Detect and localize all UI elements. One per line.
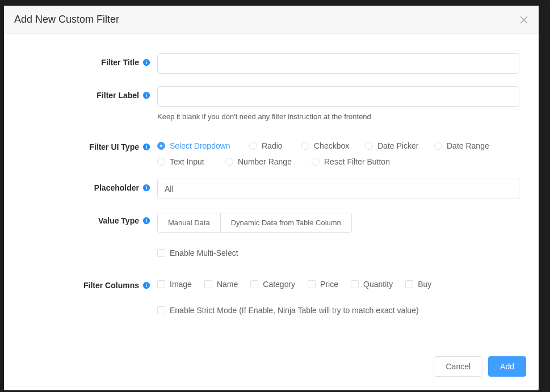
- radio-icon: [365, 142, 373, 150]
- modal-body: Filter Title Filter Label Keep it blank …: [4, 34, 539, 347]
- label-text: Filter Label: [96, 91, 139, 100]
- close-button[interactable]: [519, 15, 528, 24]
- radio-radio[interactable]: Radio: [249, 141, 295, 150]
- radio-icon: [301, 142, 309, 150]
- radio-label: Reset Filter Button: [324, 157, 390, 166]
- checkbox-enable-multiselect[interactable]: Enable Multi-Select: [157, 248, 238, 258]
- radio-icon: [157, 142, 165, 150]
- label-value-type: Value Type: [20, 212, 157, 225]
- svg-rect-1: [146, 62, 146, 64]
- checkbox-label: Price: [320, 280, 338, 289]
- checkbox-icon: [405, 280, 413, 288]
- checkbox-icon: [157, 306, 165, 314]
- checkbox-icon: [157, 280, 165, 288]
- label-text: Value Type: [98, 216, 139, 225]
- filter-label-helper: Keep it blank if you don't need any filt…: [157, 112, 519, 121]
- label-filter-columns: Filter Columns: [20, 276, 157, 290]
- label-filter-label: Filter Label: [20, 86, 157, 100]
- value-type-manual[interactable]: Manual Data: [157, 213, 221, 233]
- svg-rect-13: [146, 220, 146, 222]
- label-text: Filter Columns: [83, 281, 139, 290]
- control-ui-type: Select Dropdown Radio Checkbox Date Pick…: [157, 138, 519, 166]
- control-placeholder: [157, 179, 519, 199]
- control-filter-columns: Image Name Category Price Quantity Buy: [157, 276, 519, 289]
- radio-select-dropdown[interactable]: Select Dropdown: [157, 141, 242, 150]
- placeholder-input[interactable]: [157, 179, 519, 199]
- svg-rect-17: [146, 284, 146, 284]
- checkbox-col-category[interactable]: Category: [250, 280, 295, 289]
- checkbox-col-price[interactable]: Price: [308, 280, 338, 289]
- row-ui-type: Filter UI Type Select Dropdown Radio Che…: [20, 138, 523, 166]
- label-text: Filter Title: [101, 58, 139, 67]
- radio-icon: [157, 158, 165, 166]
- info-icon[interactable]: [142, 184, 150, 192]
- modal-header: Add New Custom Filter: [4, 6, 539, 34]
- modal-footer: Cancel Add: [4, 347, 539, 390]
- svg-rect-8: [146, 145, 146, 146]
- info-icon[interactable]: [142, 217, 150, 225]
- modal-title: Add New Custom Filter: [14, 14, 119, 26]
- svg-rect-4: [146, 95, 146, 97]
- radio-icon: [225, 158, 233, 166]
- checkbox-label: Name: [217, 280, 238, 289]
- checkbox-col-name[interactable]: Name: [204, 280, 238, 289]
- radio-label: Select Dropdown: [170, 141, 230, 150]
- checkbox-label: Enable Multi-Select: [170, 248, 238, 258]
- cancel-button[interactable]: Cancel: [434, 356, 482, 377]
- close-icon: [520, 16, 528, 24]
- radio-icon: [312, 158, 320, 166]
- checkbox-label: Enable Strict Mode (If Enable, Ninja Tab…: [170, 306, 419, 315]
- radio-reset-filter-button[interactable]: Reset Filter Button: [312, 157, 397, 166]
- radio-label: Number Range: [238, 157, 292, 166]
- checkbox-strict-mode[interactable]: Enable Strict Mode (If Enable, Ninja Tab…: [157, 306, 419, 315]
- svg-rect-10: [146, 187, 146, 189]
- filter-title-input[interactable]: [157, 53, 519, 74]
- svg-rect-11: [146, 186, 146, 187]
- radio-icon: [249, 142, 257, 150]
- row-multiselect: Enable Multi-Select: [20, 248, 523, 259]
- value-type-dynamic[interactable]: Dynamic Data from Table Column: [220, 213, 352, 233]
- label-text: Placeholder: [94, 183, 139, 192]
- filter-label-input[interactable]: [157, 86, 519, 107]
- checkbox-label: Image: [170, 280, 192, 289]
- label-placeholder: Placeholder: [20, 179, 157, 192]
- checkbox-icon: [351, 280, 359, 288]
- info-icon[interactable]: [142, 58, 150, 66]
- control-value-type: Manual Data Dynamic Data from Table Colu…: [157, 212, 519, 233]
- checkbox-icon: [250, 280, 258, 288]
- value-type-button-group: Manual Data Dynamic Data from Table Colu…: [157, 212, 352, 233]
- svg-rect-2: [146, 61, 146, 61]
- filter-columns-group: Image Name Category Price Quantity Buy: [157, 276, 519, 289]
- label-filter-title: Filter Title: [20, 53, 157, 67]
- radio-text-input[interactable]: Text Input: [157, 157, 219, 166]
- radio-date-picker[interactable]: Date Picker: [365, 141, 427, 150]
- checkbox-icon: [157, 249, 165, 257]
- radio-checkbox[interactable]: Checkbox: [301, 141, 358, 150]
- radio-label: Date Range: [447, 141, 489, 150]
- checkbox-icon: [204, 280, 212, 288]
- checkbox-label: Quantity: [363, 280, 393, 289]
- checkbox-col-buy[interactable]: Buy: [405, 280, 431, 289]
- row-filter-title: Filter Title: [20, 53, 523, 74]
- checkbox-label: Buy: [418, 280, 431, 289]
- checkbox-col-quantity[interactable]: Quantity: [351, 280, 393, 289]
- svg-rect-7: [146, 146, 146, 149]
- label-ui-type: Filter UI Type: [20, 138, 157, 151]
- radio-icon: [434, 142, 442, 150]
- control-strict-mode: Enable Strict Mode (If Enable, Ninja Tab…: [157, 306, 519, 317]
- info-icon[interactable]: [142, 91, 150, 99]
- ui-type-radio-group: Select Dropdown Radio Checkbox Date Pick…: [157, 138, 519, 166]
- svg-rect-14: [146, 219, 146, 220]
- radio-number-range[interactable]: Number Range: [225, 157, 305, 166]
- control-filter-label: Keep it blank if you don't need any filt…: [157, 86, 519, 121]
- checkbox-col-image[interactable]: Image: [157, 280, 192, 289]
- info-icon[interactable]: [142, 281, 150, 289]
- radio-date-range[interactable]: Date Range: [434, 141, 491, 150]
- radio-label: Checkbox: [314, 141, 349, 150]
- row-filter-label: Filter Label Keep it blank if you don't …: [20, 86, 523, 121]
- add-button[interactable]: Add: [488, 356, 526, 377]
- control-filter-title: [157, 53, 519, 74]
- checkbox-label: Category: [263, 280, 295, 289]
- checkbox-icon: [308, 280, 316, 288]
- info-icon[interactable]: [142, 143, 150, 151]
